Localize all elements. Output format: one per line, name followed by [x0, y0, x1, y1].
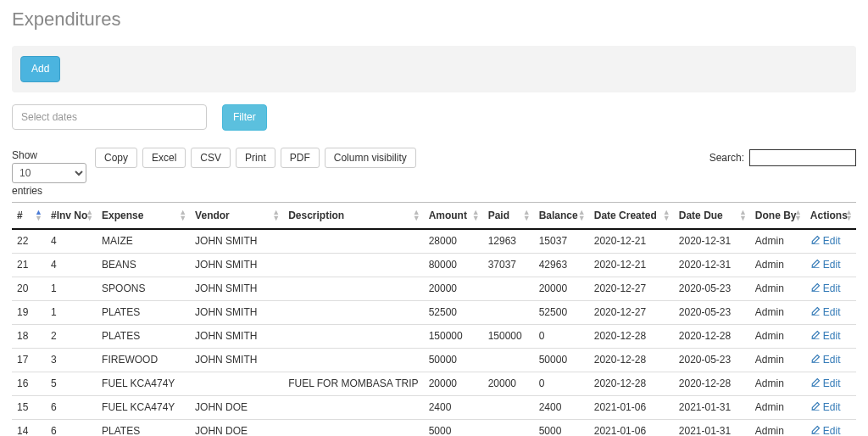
column-header[interactable]: Vendor▲▼: [190, 202, 283, 229]
table-cell: JOHN SMITH: [190, 348, 283, 372]
table-cell: Admin: [750, 419, 805, 436]
copy-button[interactable]: Copy: [95, 148, 137, 168]
edit-icon: [810, 235, 821, 248]
sort-icon: ▲▼: [845, 210, 853, 221]
edit-icon: [810, 330, 821, 343]
sort-icon: ▲▼: [413, 210, 420, 221]
sort-icon: ▲▼: [663, 210, 670, 221]
table-cell: [483, 395, 534, 419]
table-cell: 6: [46, 419, 97, 436]
edit-button[interactable]: Edit: [810, 282, 841, 295]
table-cell: 2020-12-28: [589, 324, 674, 348]
pdf-button[interactable]: PDF: [281, 148, 320, 168]
table-row: 173FIREWOODJOHN SMITH50000500002020-12-2…: [12, 348, 856, 372]
table-cell: JOHN SMITH: [190, 229, 283, 254]
table-cell: [283, 277, 423, 300]
column-header[interactable]: Description▲▼: [283, 202, 423, 229]
edit-button[interactable]: Edit: [810, 425, 841, 436]
edit-button[interactable]: Edit: [810, 401, 841, 414]
table-cell: 16: [12, 372, 46, 395]
table-cell: [283, 348, 423, 372]
table-cell: [283, 395, 423, 419]
column-header[interactable]: Amount▲▼: [424, 202, 483, 229]
column-header[interactable]: Actions▲▼: [805, 202, 856, 229]
edit-icon: [810, 259, 821, 271]
table-cell: 5000: [534, 419, 589, 436]
table-cell-actions: Edit: [805, 300, 856, 324]
table-cell: Admin: [750, 300, 805, 324]
column-header[interactable]: Balance▲▼: [534, 202, 589, 229]
table-cell: 37037: [483, 253, 534, 277]
table-row: 156FUEL KCA474YJOHN DOE240024002021-01-0…: [12, 395, 856, 419]
table-cell: 20000: [424, 372, 483, 395]
table-cell: 2020-12-28: [589, 348, 674, 372]
page-title: Expenditures: [12, 8, 856, 31]
edit-button[interactable]: Edit: [810, 306, 841, 319]
table-cell: 42963: [534, 253, 589, 277]
table-cell: 150000: [424, 324, 483, 348]
table-row: 214BEANSJOHN SMITH8000037037429632020-12…: [12, 253, 856, 277]
filter-row: Filter: [12, 104, 856, 131]
table-cell: FIREWOOD: [97, 348, 190, 372]
column-header[interactable]: #▲▼: [12, 202, 46, 229]
sort-icon: ▲▼: [35, 210, 42, 221]
edit-button[interactable]: Edit: [810, 259, 841, 271]
table-cell: 52500: [534, 300, 589, 324]
table-cell: Admin: [750, 324, 805, 348]
sort-icon: ▲▼: [578, 210, 586, 221]
length-select[interactable]: 10: [12, 163, 86, 183]
table-cell: PLATES: [97, 324, 190, 348]
sort-icon: ▲▼: [523, 210, 531, 221]
table-cell: MAIZE: [97, 229, 190, 254]
csv-button[interactable]: CSV: [191, 148, 231, 168]
sort-icon: ▲▼: [739, 210, 747, 221]
date-range-input[interactable]: [12, 104, 207, 130]
edit-button[interactable]: Edit: [810, 354, 841, 366]
edit-button[interactable]: Edit: [810, 330, 841, 343]
table-cell: 2020-05-23: [674, 300, 750, 324]
column-header[interactable]: Paid▲▼: [483, 202, 534, 229]
length-label-entries: entries: [12, 185, 42, 197]
column-header[interactable]: #Inv No▲▼: [46, 202, 97, 229]
table-cell: JOHN DOE: [190, 419, 283, 436]
table-cell: 2020-12-28: [589, 372, 674, 395]
table-cell: [283, 229, 423, 254]
table-cell: Admin: [750, 348, 805, 372]
table-cell: 2020-12-27: [589, 277, 674, 300]
table-cell-actions: Edit: [805, 277, 856, 300]
edit-button[interactable]: Edit: [810, 235, 841, 248]
search-control: Search:: [709, 149, 856, 166]
table-cell-actions: Edit: [805, 253, 856, 277]
filter-button[interactable]: Filter: [222, 104, 267, 131]
table-cell: 2020-12-27: [589, 300, 674, 324]
sort-icon: ▲▼: [86, 210, 93, 221]
add-button[interactable]: Add: [20, 56, 60, 82]
column-header[interactable]: Date Due▲▼: [674, 202, 750, 229]
excel-button[interactable]: Excel: [142, 148, 186, 168]
edit-icon: [810, 306, 821, 319]
toolbar-top: Add: [12, 46, 856, 92]
table-cell: [283, 324, 423, 348]
column-header[interactable]: Date Created▲▼: [589, 202, 674, 229]
table-cell-actions: Edit: [805, 395, 856, 419]
length-control: Show 10 entries: [12, 149, 86, 197]
search-input[interactable]: [749, 149, 856, 166]
table-cell: 20: [12, 277, 46, 300]
table-cell: 20000: [424, 277, 483, 300]
column-header[interactable]: Expense▲▼: [97, 202, 190, 229]
table-cell: JOHN DOE: [190, 395, 283, 419]
table-row: 201SPOONSJOHN SMITH20000200002020-12-272…: [12, 277, 856, 300]
edit-button[interactable]: Edit: [810, 377, 841, 390]
table-cell: 28000: [424, 229, 483, 254]
table-cell: Admin: [750, 277, 805, 300]
table-cell: 15: [12, 395, 46, 419]
column-visibility-button[interactable]: Column visibility: [325, 148, 416, 168]
column-header[interactable]: Done By▲▼: [750, 202, 805, 229]
print-button[interactable]: Print: [236, 148, 275, 168]
table-cell: 0: [534, 324, 589, 348]
table-cell: 18: [12, 324, 46, 348]
sort-icon: ▲▼: [794, 210, 802, 221]
table-cell: 5000: [424, 419, 483, 436]
table-cell: 80000: [424, 253, 483, 277]
table-cell: PLATES: [97, 419, 190, 436]
